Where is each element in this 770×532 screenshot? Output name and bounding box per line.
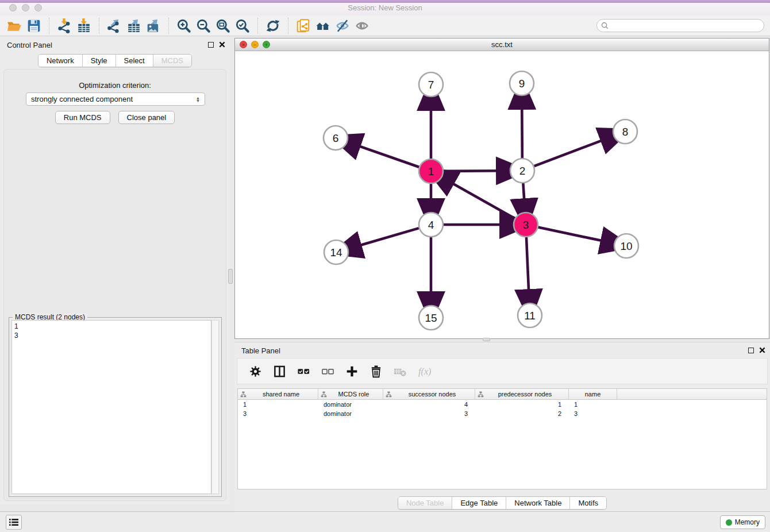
import-network-button[interactable] [55, 17, 74, 35]
tab-node-table[interactable]: Node Table [398, 497, 452, 509]
graph-node-label-2: 2 [519, 165, 526, 177]
tab-motifs[interactable]: Motifs [569, 497, 606, 509]
open-file-icon [7, 18, 22, 33]
graph-node-label-1: 1 [428, 165, 434, 178]
show-columns-button[interactable] [272, 364, 287, 379]
graph-edge-1-6[interactable] [355, 145, 419, 167]
search-box[interactable] [596, 19, 764, 32]
table-cell[interactable]: dominator [318, 409, 383, 418]
float-panel-icon[interactable] [208, 42, 214, 48]
memory-button[interactable]: Memory [720, 515, 765, 529]
zoom-fit-button[interactable] [213, 17, 233, 35]
export-network-icon [107, 18, 122, 33]
graph-edge-3-10[interactable] [538, 228, 606, 242]
show-all-button[interactable] [352, 17, 372, 35]
mcds-result-text[interactable]: 1 3 [11, 320, 211, 494]
control-panel-title: Control Panel [7, 41, 52, 49]
table-cell[interactable]: 4 [383, 400, 475, 409]
table-panel: Table Panel f(x) shared nameMCDS rolesuc… [234, 342, 770, 511]
toolbar-separator [168, 18, 169, 34]
column-header-name[interactable]: name [569, 389, 617, 399]
network-graph: 7968124314101511 [235, 51, 769, 338]
optimization-criterion-label: Optimization criterion: [4, 81, 226, 90]
graph-edge-2-3[interactable] [523, 183, 524, 204]
function-builder-icon: f(x) [418, 365, 431, 378]
graph-node-label-14: 14 [330, 246, 342, 259]
column-header-shared-name[interactable]: shared name [238, 389, 318, 399]
table-cell[interactable]: 1 [475, 400, 569, 409]
column-header-predecessor-nodes[interactable]: predecessor nodes [475, 389, 569, 399]
import-network-icon [57, 18, 72, 33]
run-mcds-button[interactable]: Run MCDS [55, 111, 110, 124]
select-all-icon [297, 365, 310, 378]
zoom-selected-button[interactable] [233, 17, 252, 35]
close-table-panel-icon[interactable] [759, 347, 765, 353]
graph-node-label-6: 6 [333, 132, 339, 144]
zoom-in-button[interactable] [174, 17, 194, 35]
delete-row-button[interactable] [368, 364, 383, 379]
graph-edge-2-9[interactable] [522, 104, 522, 158]
first-neighbors-button[interactable] [313, 17, 333, 35]
table-toolbar: f(x) [237, 358, 768, 384]
window-title: Session: New Session [0, 3, 770, 12]
zoom-out-icon [196, 18, 211, 33]
table-cell[interactable]: 1 [238, 400, 318, 409]
export-network-button[interactable] [105, 17, 124, 35]
tab-network[interactable]: Network [38, 55, 82, 67]
export-image-button[interactable] [144, 17, 163, 35]
export-table-button[interactable] [124, 17, 144, 35]
table-cell[interactable]: 3 [238, 409, 318, 418]
table-row[interactable]: 3dominator323 [238, 409, 767, 418]
vertical-splitter-handle[interactable] [228, 269, 233, 284]
column-type-icon [321, 391, 327, 398]
network-canvas[interactable]: 7968124314101511 [235, 51, 769, 338]
mcds-panel: Optimization criterion: strongly connect… [3, 69, 226, 501]
network-window-titlebar[interactable]: × − + scc.txt [235, 38, 769, 51]
zoom-out-button[interactable] [194, 17, 213, 35]
column-header-successor-nodes[interactable]: successor nodes [383, 389, 475, 399]
graph-edge-1-2[interactable] [444, 171, 502, 171]
deselect-all-button[interactable] [320, 364, 335, 379]
open-file-button[interactable] [5, 17, 24, 35]
import-table-button[interactable] [74, 17, 94, 35]
graph-node-label-10: 10 [620, 240, 632, 252]
close-panel-icon[interactable] [219, 41, 225, 48]
refresh-view-button[interactable] [263, 17, 283, 35]
zoom-in-icon [176, 18, 191, 33]
save-session-icon [26, 18, 41, 33]
hide-selected-icon [335, 18, 350, 33]
table-cell[interactable]: 1 [569, 400, 617, 409]
save-session-button[interactable] [24, 17, 44, 35]
table-cell[interactable]: dominator [318, 400, 383, 409]
tab-select[interactable]: Select [116, 55, 153, 67]
table-cell[interactable]: 2 [475, 409, 569, 418]
table-row[interactable]: 1dominator411 [238, 400, 767, 409]
column-type-icon [386, 391, 392, 398]
search-input[interactable] [611, 22, 754, 30]
tab-edge-table[interactable]: Edge Table [452, 497, 506, 509]
graph-edge-2-8[interactable] [534, 139, 606, 166]
table-cell[interactable]: 3 [569, 409, 617, 418]
graph-edge-3-1[interactable] [449, 182, 514, 219]
show-panels-button[interactable] [6, 515, 22, 530]
graph-edge-4-14[interactable] [356, 228, 419, 246]
column-settings-button[interactable] [248, 364, 263, 379]
result-scrollbar[interactable] [211, 320, 219, 494]
add-row-button[interactable] [344, 364, 359, 379]
new-network-from-selection-button[interactable] [294, 17, 313, 35]
criterion-select[interactable]: strongly connected component ▲▼ [26, 92, 205, 106]
tab-mcds[interactable]: MCDS [153, 55, 191, 67]
table-cell[interactable]: 3 [383, 409, 475, 418]
close-panel-button[interactable]: Close panel [118, 111, 175, 124]
select-all-button[interactable] [296, 364, 311, 379]
column-header-label: name [571, 391, 614, 398]
deselect-all-icon [321, 365, 334, 378]
hide-selected-button[interactable] [333, 17, 352, 35]
float-table-panel-icon[interactable] [748, 348, 754, 353]
tab-style[interactable]: Style [82, 55, 116, 67]
horizontal-splitter-handle[interactable] [483, 338, 490, 341]
tab-network-table[interactable]: Network Table [506, 497, 569, 509]
graph-edge-3-11[interactable] [526, 237, 529, 295]
toolbar-separator [257, 18, 258, 34]
column-header-MCDS-role[interactable]: MCDS role [318, 389, 383, 399]
